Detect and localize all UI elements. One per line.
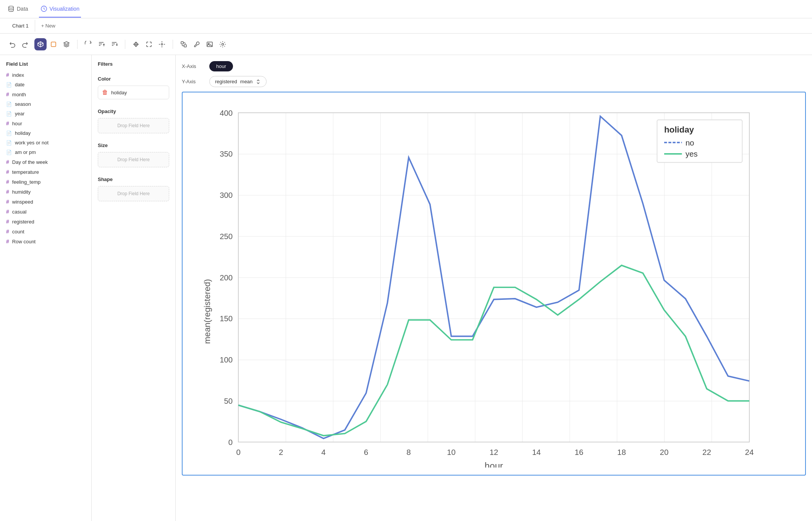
filters-section: Filters <box>98 61 169 67</box>
sort-desc-icon <box>111 41 118 48</box>
nav-data[interactable]: Data <box>6 1 30 18</box>
field-item-year[interactable]: 📄year <box>0 109 91 118</box>
separator-1 <box>77 40 78 49</box>
tab-new[interactable]: + New <box>35 20 61 32</box>
x-axis-label: X-Axis <box>182 63 205 69</box>
x-tick-10: 10 <box>447 448 456 456</box>
highlight-button[interactable] <box>47 38 60 50</box>
redo-icon <box>22 41 29 48</box>
y-tick-300: 300 <box>220 191 233 199</box>
field-item-feeling_temp[interactable]: #feeling_temp <box>0 177 91 187</box>
x-tick-24: 24 <box>745 448 754 456</box>
x-tick-0: 0 <box>236 448 240 456</box>
doc-icon: 📄 <box>6 82 12 87</box>
nav-visualization-label: Visualization <box>50 6 79 12</box>
field-item-am-or-pm[interactable]: 📄am or pm <box>0 147 91 157</box>
field-item-day-of-the-week[interactable]: #Day of the week <box>0 157 91 167</box>
config-panel: Filters Color 🗑 holiday Opacity Drop Fie… <box>92 55 176 521</box>
undo-button[interactable] <box>6 38 18 50</box>
x-tick-8: 8 <box>406 448 411 456</box>
move-icon <box>133 41 139 48</box>
tab-bar: Chart 1 + New <box>0 18 812 34</box>
field-item-row-count[interactable]: #Row count <box>0 236 91 246</box>
x-tick-12: 12 <box>490 448 498 456</box>
color-chip[interactable]: 🗑 holiday <box>98 86 169 99</box>
hash-icon: # <box>6 179 9 185</box>
field-label: feeling_temp <box>12 179 40 185</box>
y-axis-value: registered <box>215 79 237 84</box>
tab-chart1[interactable]: Chart 1 <box>6 20 35 32</box>
color-chip-delete[interactable]: 🗑 <box>102 89 108 96</box>
field-item-month[interactable]: #month <box>0 89 91 99</box>
expand-button[interactable] <box>143 38 155 50</box>
field-item-winspeed[interactable]: #winspeed <box>0 197 91 207</box>
hash-icon: # <box>6 228 9 235</box>
field-item-holiday[interactable]: 📄holiday <box>0 128 91 138</box>
size-drop[interactable]: Drop Field Here <box>98 152 169 167</box>
field-item-registered[interactable]: #registered <box>0 217 91 227</box>
opacity-drop[interactable]: Drop Field Here <box>98 118 169 133</box>
x-tick-16: 16 <box>575 448 584 456</box>
transform-button[interactable] <box>178 38 190 50</box>
x-axis-value: hour <box>216 63 226 69</box>
y-axis-pill[interactable]: registered mean <box>209 76 267 87</box>
field-item-work-yes-or-not[interactable]: 📄work yes or not <box>0 138 91 147</box>
redo-button[interactable] <box>19 38 31 50</box>
wrench-button[interactable] <box>191 38 203 50</box>
viz-mode-button[interactable] <box>34 38 47 50</box>
y-axis-row: Y-Axis registered mean <box>182 76 806 87</box>
highlight-icon <box>50 41 57 48</box>
sort-desc-button[interactable] <box>108 38 120 50</box>
expand-settings-button[interactable] <box>156 38 168 50</box>
field-item-date[interactable]: 📄date <box>0 80 91 89</box>
toolbar-view-group <box>130 38 168 50</box>
size-placeholder: Drop Field Here <box>117 157 150 162</box>
field-item-index[interactable]: #index <box>0 70 91 80</box>
doc-icon: 📄 <box>6 150 12 155</box>
visualization-icon <box>40 5 47 12</box>
svg-point-8 <box>222 43 224 45</box>
svg-rect-4 <box>181 42 183 44</box>
x-axis-row: X-Axis hour <box>182 61 806 71</box>
shape-drop[interactable]: Drop Field Here <box>98 186 169 201</box>
field-item-season[interactable]: 📄season <box>0 99 91 109</box>
field-item-temperature[interactable]: #temperature <box>0 167 91 177</box>
toolbar-history-group <box>6 38 31 50</box>
field-list-items: #index📄date#month📄season📄year#hour📄holid… <box>0 70 91 246</box>
y-tick-400: 400 <box>220 109 233 117</box>
field-item-humidity[interactable]: #humidity <box>0 187 91 197</box>
field-item-hour[interactable]: #hour <box>0 118 91 128</box>
y-tick-350: 350 <box>220 150 233 158</box>
doc-icon: 📄 <box>6 131 12 136</box>
field-list-title: Field List <box>0 60 91 70</box>
toolbar-mode-group <box>34 38 73 50</box>
undo-icon <box>9 41 16 48</box>
move-button[interactable] <box>130 38 142 50</box>
x-axis-title: hour <box>485 461 503 468</box>
sort-asc-button[interactable] <box>95 38 107 50</box>
field-label: casual <box>12 209 27 215</box>
field-item-count[interactable]: #count <box>0 227 91 236</box>
hash-icon: # <box>6 199 9 205</box>
image-config-button[interactable] <box>217 38 229 50</box>
hash-icon: # <box>6 91 9 97</box>
image-button[interactable] <box>204 38 216 50</box>
x-tick-20: 20 <box>660 448 669 456</box>
toolbar-tools-group <box>178 38 229 50</box>
field-item-casual[interactable]: #casual <box>0 207 91 217</box>
refresh-button[interactable] <box>82 38 94 50</box>
field-label: temperature <box>12 169 39 175</box>
x-tick-18: 18 <box>617 448 626 456</box>
y-tick-100: 100 <box>220 356 233 364</box>
nav-visualization[interactable]: Visualization <box>39 1 81 18</box>
x-axis-pill[interactable]: hour <box>209 61 233 71</box>
database-icon <box>8 5 15 12</box>
field-label: count <box>12 229 24 235</box>
x-tick-22: 22 <box>702 448 711 456</box>
nav-data-label: Data <box>17 6 28 12</box>
field-label: am or pm <box>15 149 36 155</box>
y-tick-0: 0 <box>228 438 233 447</box>
layers-button[interactable] <box>60 38 73 50</box>
hash-icon: # <box>6 120 9 126</box>
shape-section: Shape Drop Field Here <box>98 176 169 201</box>
